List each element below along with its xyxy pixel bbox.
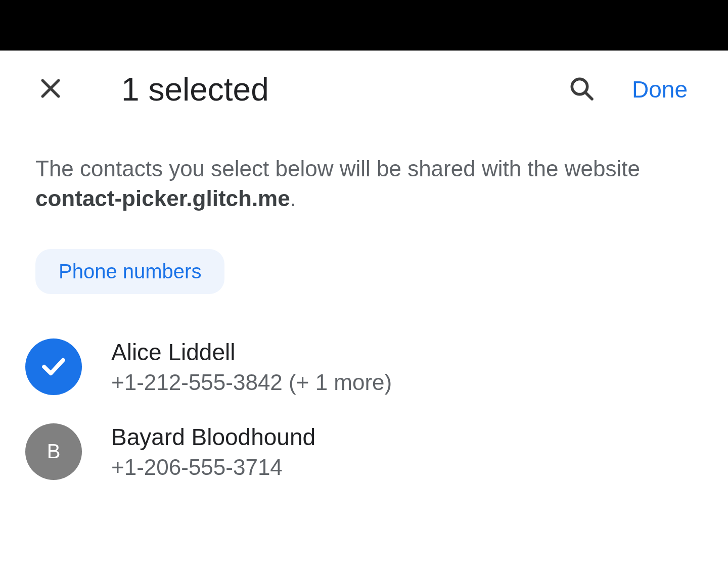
property-chips: Phone numbers [10,214,718,294]
contact-info: Alice Liddell +1-212-555-3842 (+ 1 more) [111,338,392,395]
description-prefix: The contacts you select below will be sh… [35,156,640,181]
avatar-initial: B [25,423,82,480]
header: 1 selected Done [10,51,718,128]
picker-sheet: 1 selected Done The contacts you select … [0,51,728,494]
check-icon [38,351,69,383]
site-hostname: contact-picker.glitch.me [35,186,290,211]
contact-phone: +1-206-555-3714 [111,455,315,480]
share-description: The contacts you select below will be sh… [10,128,718,214]
avatar-selected [25,338,82,395]
close-icon [37,75,64,104]
chip-phone-numbers[interactable]: Phone numbers [35,249,224,294]
contact-row[interactable]: B Bayard Bloodhound +1-206-555-3714 [25,409,698,494]
svg-line-3 [585,92,592,99]
close-button[interactable] [35,74,66,105]
contact-phone: +1-212-555-3842 (+ 1 more) [111,370,392,395]
search-button[interactable] [566,74,597,105]
status-bar [0,0,728,51]
contact-row[interactable]: Alice Liddell +1-212-555-3842 (+ 1 more) [25,324,698,409]
done-button[interactable]: Done [632,76,693,103]
contact-info: Bayard Bloodhound +1-206-555-3714 [111,423,315,480]
search-icon [567,74,596,105]
description-suffix: . [290,186,296,211]
contact-name: Bayard Bloodhound [111,423,315,451]
contact-name: Alice Liddell [111,338,392,366]
contacts-list: Alice Liddell +1-212-555-3842 (+ 1 more)… [10,294,718,494]
selection-count-title: 1 selected [121,71,566,108]
